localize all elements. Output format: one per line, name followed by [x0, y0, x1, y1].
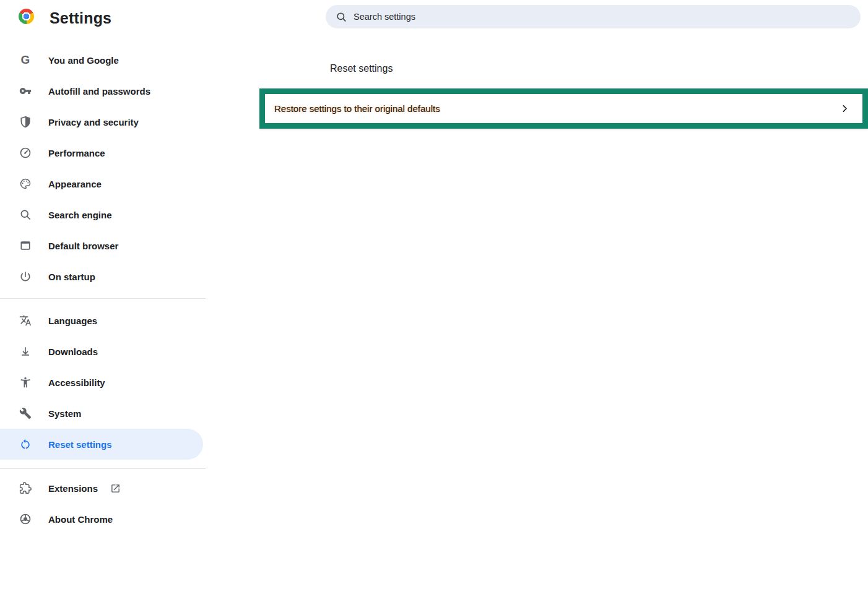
search-bar[interactable]	[326, 5, 861, 28]
browser-window-icon	[19, 239, 32, 252]
shield-icon	[19, 116, 32, 128]
google-g-icon: G	[19, 54, 32, 66]
download-icon	[19, 345, 32, 358]
translate-icon	[19, 314, 32, 327]
puzzle-icon	[19, 482, 32, 494]
sidebar-item-extensions[interactable]: Extensions	[0, 473, 206, 504]
sidebar-item-appearance[interactable]: Appearance	[0, 168, 206, 199]
sidebar-item-performance[interactable]: Performance	[0, 137, 206, 168]
search-icon	[19, 208, 32, 221]
chrome-logo-icon	[19, 9, 34, 24]
sidebar-item-you-and-google[interactable]: G You and Google	[0, 45, 206, 75]
sidebar-item-accessibility[interactable]: Accessibility	[0, 367, 206, 398]
sidebar-divider	[0, 468, 206, 469]
power-icon	[19, 270, 32, 283]
key-icon	[19, 85, 32, 97]
annotation-highlight: Restore settings to their original defau…	[259, 88, 868, 129]
chrome-logo	[19, 9, 34, 24]
wrench-icon	[19, 407, 32, 419]
page-title: Settings	[50, 9, 111, 27]
open-in-new-icon	[110, 483, 121, 494]
restore-defaults-label: Restore settings to their original defau…	[274, 103, 440, 114]
sidebar-item-default-browser[interactable]: Default browser	[0, 230, 206, 261]
restore-defaults-row[interactable]: Restore settings to their original defau…	[265, 94, 862, 123]
sidebar-item-search-engine[interactable]: Search engine	[0, 199, 206, 230]
accessibility-icon	[19, 376, 32, 389]
reset-icon	[19, 438, 32, 450]
sidebar-item-about-chrome[interactable]: About Chrome	[0, 504, 206, 535]
sidebar-item-reset-settings[interactable]: Reset settings	[0, 429, 203, 460]
sidebar-item-system[interactable]: System	[0, 398, 206, 429]
sidebar-item-privacy[interactable]: Privacy and security	[0, 106, 206, 137]
sidebar-item-on-startup[interactable]: On startup	[0, 261, 206, 292]
search-input[interactable]	[354, 12, 787, 22]
sidebar-divider	[0, 298, 206, 299]
search-icon	[336, 11, 347, 23]
sidebar-item-autofill[interactable]: Autofill and passwords	[0, 75, 206, 106]
section-heading: Reset settings	[330, 63, 393, 74]
chrome-settings-page: Settings G You and Google Autofill and p…	[0, 0, 868, 610]
sidebar-item-downloads[interactable]: Downloads	[0, 336, 206, 367]
chrome-outline-icon	[19, 513, 32, 525]
sidebar-item-languages[interactable]: Languages	[0, 305, 206, 336]
speedometer-icon	[19, 147, 32, 159]
chevron-right-icon	[840, 103, 850, 114]
palette-icon	[19, 178, 32, 190]
